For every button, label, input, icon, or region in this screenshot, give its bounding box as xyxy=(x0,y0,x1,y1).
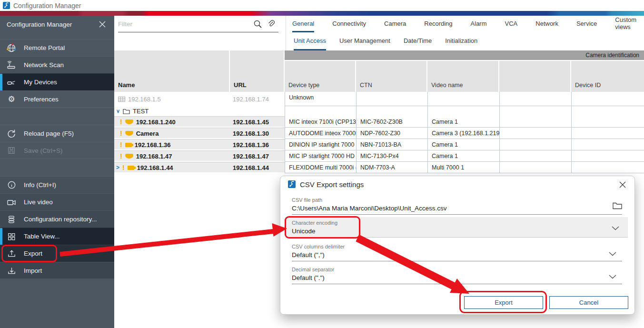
csv-columns-delimiter-dropdown[interactable]: CSV columns delimiter Default (",") xyxy=(292,244,622,261)
device-video-name: Camera 1 xyxy=(427,139,499,150)
filter-input[interactable] xyxy=(118,20,248,28)
sidebar-item-live-video[interactable]: Live video xyxy=(0,193,114,210)
empty-cell xyxy=(499,92,571,106)
sidebar-item-label: Configuration repository... xyxy=(24,216,97,223)
chevron-collapsed-icon[interactable]: > xyxy=(116,164,119,171)
table-row[interactable]: ! 192.168.1.240 192.168.1.45 MIC inteox … xyxy=(114,116,644,128)
sidebar-item-remote-portal[interactable]: Remote Portal xyxy=(0,39,114,56)
device-url: 192.168.1.47 xyxy=(230,150,285,162)
paperclip-icon[interactable] xyxy=(267,20,276,28)
column-header-empty[interactable] xyxy=(499,61,571,92)
table-row-folder[interactable]: ∨ TEST xyxy=(114,106,644,116)
device-type: Unknown xyxy=(285,92,356,106)
column-header-video-name[interactable]: Video name xyxy=(427,61,499,92)
device-type: MIC inteox 7100i (CPP13) xyxy=(285,116,356,128)
device-name: 192.168.1.5 xyxy=(128,96,161,103)
device-url: 192.168.1.30 xyxy=(230,128,285,139)
sidebar-item-label: Network Scan xyxy=(24,61,64,69)
video-camera-icon xyxy=(6,197,17,208)
database-icon xyxy=(6,215,17,224)
sidebar-item-label: Preferences xyxy=(24,96,59,103)
tab-alarm[interactable]: Alarm xyxy=(471,16,487,32)
character-encoding-dropdown[interactable]: Character encoding Unicode xyxy=(286,217,628,238)
chevron-down-icon[interactable] xyxy=(609,273,616,280)
column-header-device-id[interactable]: Device ID xyxy=(571,61,644,92)
sidebar-item-info[interactable]: Info (Ctrl+I) xyxy=(0,176,114,193)
sidebar-item-preferences[interactable]: ⚙ Preferences xyxy=(0,90,114,108)
csv-file-path-value[interactable]: C:\Users\Ana Maria Marconi\Desktop\Unit_… xyxy=(292,205,622,212)
column-header-name[interactable]: Name xyxy=(114,50,230,92)
chevron-expanded-icon[interactable]: ∨ xyxy=(116,108,120,114)
close-icon[interactable] xyxy=(618,180,627,189)
export-button[interactable]: Export xyxy=(464,296,543,309)
reload-icon xyxy=(6,129,17,139)
sidebar-item-my-devices[interactable]: My Devices xyxy=(0,73,114,90)
dialog-title: CSV Export settings xyxy=(300,180,364,189)
table-row[interactable]: ! Camera 192.168.1.30 AUTODOME inteox 70… xyxy=(114,128,644,139)
sidebar-item-network-scan[interactable]: Network Scan xyxy=(0,56,114,73)
warning-icon: ! xyxy=(120,118,122,126)
configuration-manager-window: Configuration Manager Configuration Mana… xyxy=(0,0,644,328)
sidebar-item-configuration-repository[interactable]: Configuration repository... xyxy=(0,210,114,228)
subtab-initialization[interactable]: Initialization xyxy=(445,32,477,50)
empty-cell xyxy=(499,139,571,150)
device-id xyxy=(571,128,644,139)
device-url: 192.168.1.36 xyxy=(230,139,285,150)
sidebar-item-export[interactable]: Export xyxy=(0,245,114,262)
toolbar-divider xyxy=(286,16,286,50)
empty-cell xyxy=(499,106,571,116)
column-header-device-type[interactable]: Device type xyxy=(285,61,356,92)
warning-icon: ! xyxy=(120,129,122,137)
chevron-down-icon[interactable] xyxy=(612,225,619,232)
empty-cell xyxy=(499,128,571,139)
sidebar-nav: Remote Portal Network Scan My Devices ⚙ … xyxy=(0,39,114,279)
sidebar-item-label: Save (Ctrl+S) xyxy=(24,147,62,154)
sidebar-item-table-view[interactable]: Table View... xyxy=(0,228,114,245)
tab-camera[interactable]: Camera xyxy=(384,16,406,32)
devices-icon xyxy=(6,77,17,88)
tab-connectivity[interactable]: Connectivity xyxy=(332,16,366,32)
sidebar-item-reload-page[interactable]: Reload page (F5) xyxy=(0,125,114,142)
subtab-user-management[interactable]: User Management xyxy=(339,32,390,50)
tab-custom-views[interactable]: Custom views xyxy=(615,16,644,32)
globe-icon xyxy=(6,43,17,53)
csv-file-path-field[interactable]: CSV file path C:\Users\Ana Maria Marconi… xyxy=(292,197,622,215)
box-camera-icon xyxy=(128,166,134,170)
sidebar-item-save: Save (Ctrl+S) xyxy=(0,142,114,159)
device-url: 192.168.1.44 xyxy=(230,162,285,173)
device-type: AUTODOME inteox 7000i (... xyxy=(285,128,356,139)
save-icon xyxy=(6,146,17,155)
table-row[interactable]: > ! 192.168.1.44 192.168.1.44 FLEXIDOME … xyxy=(114,162,644,173)
column-header-url[interactable]: URL xyxy=(230,50,285,92)
device-ctn: NDM-7703-A xyxy=(356,162,427,173)
search-icon[interactable] xyxy=(253,20,262,29)
sidebar-close-icon[interactable] xyxy=(97,19,108,30)
column-header-ctn[interactable]: CTN xyxy=(356,61,427,92)
tab-vca[interactable]: VCA xyxy=(505,16,518,32)
device-table-header: Name URL Camera identification Device ty… xyxy=(114,50,644,92)
tab-network[interactable]: Network xyxy=(535,16,558,32)
subtab-unit-access[interactable]: Unit Access xyxy=(294,32,326,50)
device-id xyxy=(571,92,644,106)
device-type: MIC IP starlight 7000 HD (... xyxy=(285,150,356,162)
sidebar-item-label: Import xyxy=(24,267,42,274)
device-id xyxy=(571,162,644,173)
sidebar-title: Configuration Manager xyxy=(7,21,97,28)
warning-icon: ! xyxy=(120,141,122,149)
csv-columns-delimiter-label: CSV columns delimiter xyxy=(292,244,622,249)
decimal-separator-dropdown[interactable]: Decimal separator Default (".") xyxy=(292,267,622,284)
subtab-date-time[interactable]: Date/Time xyxy=(404,32,432,50)
table-row[interactable]: ! 192.168.1.47 192.168.1.47 MIC IP starl… xyxy=(114,150,644,162)
browse-folder-icon[interactable] xyxy=(613,202,622,211)
warning-icon: ! xyxy=(122,164,125,171)
tab-general[interactable]: General xyxy=(292,16,314,32)
tab-recording[interactable]: Recording xyxy=(424,16,452,32)
table-row[interactable]: 192.168.1.5 192.168.1.74 Unknown xyxy=(114,92,644,106)
cancel-button[interactable]: Cancel xyxy=(549,296,628,309)
tab-service[interactable]: Service xyxy=(576,16,597,32)
sidebar-item-import[interactable]: Import xyxy=(0,262,114,279)
device-ctn: MIC-7130-Px4 xyxy=(356,150,427,162)
decimal-separator-value: Default (".") xyxy=(292,274,622,282)
table-row[interactable]: ! 192.168.1.36 192.168.1.36 DINION IP st… xyxy=(114,139,644,150)
chevron-down-icon[interactable] xyxy=(609,250,616,258)
